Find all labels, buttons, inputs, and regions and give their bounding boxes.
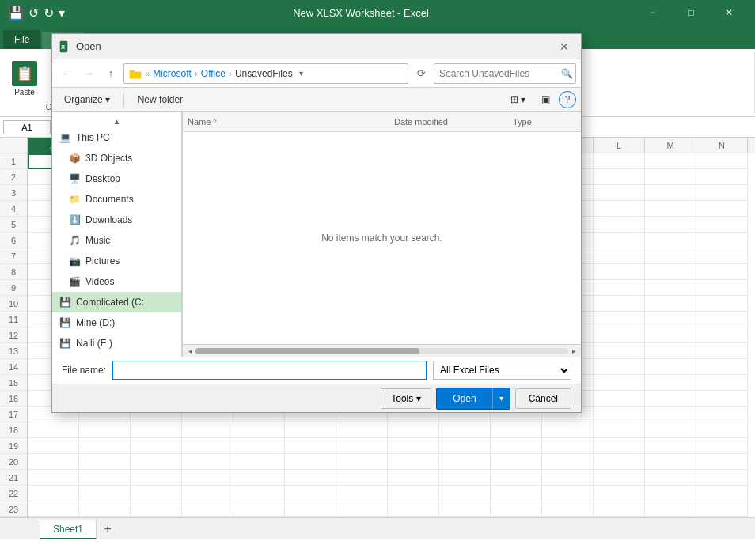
nav-item-complicated[interactable]: 💾 Complicated (C: [52,292,181,312]
cell-G20[interactable] [336,454,388,470]
cell-N14[interactable] [696,359,748,375]
row-22[interactable]: 22 [0,486,27,501]
cell-G23[interactable] [336,501,388,517]
nav-item-3d-objects[interactable]: 📦 3D Objects [52,148,181,168]
cell-K18[interactable] [542,422,594,438]
cell-L2[interactable] [594,169,645,185]
row-4[interactable]: 4 [0,201,27,217]
filetype-select[interactable]: All Excel Files Excel Workbook (*.xlsx) … [433,361,571,380]
cell-n1[interactable] [696,153,748,169]
cell-M4[interactable] [645,201,696,217]
nav-item-network[interactable]: 🌐 Network [52,354,181,357]
row-19[interactable]: 19 [0,438,27,454]
cell-L5[interactable] [594,217,645,233]
cell-H21[interactable] [388,470,439,486]
cell-M16[interactable] [645,391,696,407]
breadcrumb-microsoft[interactable]: Microsoft [153,68,192,79]
cell-D20[interactable] [182,454,233,470]
cancel-btn[interactable]: Cancel [515,388,571,409]
breadcrumb-office[interactable]: Office [201,68,226,79]
cell-M9[interactable] [645,280,696,296]
row-13[interactable]: 13 [0,343,27,359]
cell-D23[interactable] [182,501,233,517]
cell-D21[interactable] [182,470,233,486]
cell-G21[interactable] [336,470,388,486]
cell-N21[interactable] [696,470,748,486]
cell-M22[interactable] [645,486,696,501]
row-1[interactable]: 1 [0,153,27,169]
cell-N18[interactable] [696,422,748,438]
up-btn[interactable]: ↑ [101,64,120,83]
cell-M3[interactable] [645,185,696,201]
cell-B20[interactable] [79,454,131,470]
breadcrumb-unsaved[interactable]: UnsavedFiles [235,68,293,79]
cell-L23[interactable] [594,501,645,517]
row-6[interactable]: 6 [0,233,27,248]
cell-A20[interactable] [28,454,79,470]
cell-D18[interactable] [182,422,233,438]
cell-M18[interactable] [645,422,696,438]
row-14[interactable]: 14 [0,359,27,375]
restore-btn[interactable]: □ [673,0,709,25]
cell-N10[interactable] [696,296,748,312]
col-date-header[interactable]: Date modified [394,117,513,127]
breadcrumb-path[interactable]: « Microsoft › Office › UnsavedFiles ▾ [123,63,408,84]
cell-H22[interactable] [388,486,439,501]
row-7[interactable]: 7 [0,248,27,264]
cell-A21[interactable] [28,470,79,486]
add-sheet-btn[interactable]: + [98,520,117,538]
cell-K22[interactable] [542,486,594,501]
cell-M23[interactable] [645,501,696,517]
cell-C20[interactable] [131,454,182,470]
cell-C23[interactable] [131,501,182,517]
cell-B23[interactable] [79,501,131,517]
nav-item-pictures[interactable]: 📷 Pictures [52,251,181,271]
cell-G18[interactable] [336,422,388,438]
cell-N15[interactable] [696,375,748,391]
nav-item-nalli[interactable]: 💾 Nalli (E:) [52,333,181,354]
cell-H18[interactable] [388,422,439,438]
cell-K19[interactable] [542,438,594,454]
cell-G22[interactable] [336,486,388,501]
cell-K21[interactable] [542,470,594,486]
paste-btn[interactable]: 📋 Paste [6,57,43,100]
cell-J18[interactable] [491,422,542,438]
cell-L15[interactable] [594,375,645,391]
cell-I19[interactable] [439,438,491,454]
cell-I22[interactable] [439,486,491,501]
nav-item-music[interactable]: 🎵 Music [52,230,181,251]
dialog-close-btn[interactable]: ✕ [554,36,575,57]
cell-F19[interactable] [285,438,336,454]
cell-N11[interactable] [696,312,748,327]
cell-L16[interactable] [594,391,645,407]
horizontal-scrollbar[interactable]: ◂ ▸ [183,344,581,357]
breadcrumb-dropdown-arrow[interactable]: ▾ [299,69,303,78]
cell-C21[interactable] [131,470,182,486]
cell-A22[interactable] [28,486,79,501]
tools-btn[interactable]: Tools ▾ [381,388,431,409]
cell-N19[interactable] [696,438,748,454]
row-3[interactable]: 3 [0,185,27,201]
cell-L6[interactable] [594,233,645,248]
col-type-header[interactable]: Type [513,117,576,127]
cell-E19[interactable] [233,438,285,454]
cell-A23[interactable] [28,501,79,517]
cell-M10[interactable] [645,296,696,312]
cell-J22[interactable] [491,486,542,501]
cell-B18[interactable] [79,422,131,438]
cell-L4[interactable] [594,201,645,217]
sheet-tab-sheet1[interactable]: Sheet1 [40,520,97,539]
cell-M11[interactable] [645,312,696,327]
nav-item-mine[interactable]: 💾 Mine (D:) [52,312,181,333]
cell-K20[interactable] [542,454,594,470]
cell-F21[interactable] [285,470,336,486]
cell-L11[interactable] [594,312,645,327]
nav-item-this-pc[interactable]: 💻 This PC [52,127,181,148]
cell-N13[interactable] [696,343,748,359]
cell-M7[interactable] [645,248,696,264]
cell-B22[interactable] [79,486,131,501]
cell-F18[interactable] [285,422,336,438]
dialog-help-btn[interactable]: ? [559,91,576,108]
row-5[interactable]: 5 [0,217,27,233]
cell-I20[interactable] [439,454,491,470]
